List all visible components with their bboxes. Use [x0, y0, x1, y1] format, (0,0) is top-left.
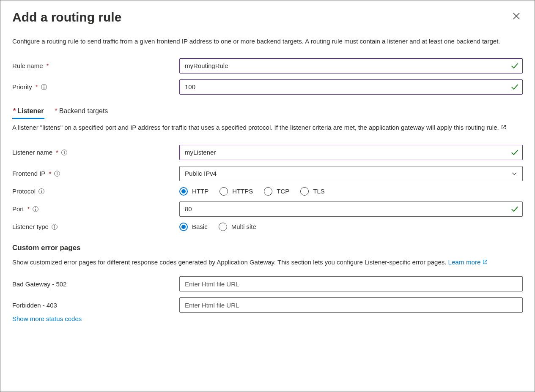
required-marker: * [27, 205, 30, 212]
protocol-radio-group: HTTP HTTPS TCP TLS [179, 187, 523, 196]
required-marker: * [55, 107, 57, 114]
panel-description: Configure a routing rule to send traffic… [12, 37, 523, 46]
listener-name-input[interactable] [179, 145, 523, 160]
listener-type-radio-group: Basic Multi site [179, 223, 523, 231]
show-more-status-codes-link[interactable]: Show more status codes [12, 315, 82, 322]
row-protocol: Protocol HTTP HTTPS TCP TLS [12, 187, 523, 196]
protocol-radio-http[interactable]: HTTP [179, 187, 209, 196]
required-marker: * [56, 149, 58, 156]
svg-rect-2 [44, 87, 44, 89]
close-icon [513, 12, 520, 20]
info-icon[interactable] [54, 170, 60, 177]
svg-point-1 [44, 85, 44, 86]
tab-listener[interactable]: *Listener [12, 105, 44, 119]
row-priority: Priority* [12, 79, 523, 95]
radio-icon [219, 187, 228, 196]
forbidden-input[interactable] [179, 297, 523, 313]
frontend-ip-value: Public IPv4 [185, 170, 217, 177]
check-icon [511, 83, 519, 91]
svg-rect-14 [36, 209, 36, 211]
frontend-ip-select[interactable]: Public IPv4 [179, 166, 523, 181]
label-protocol: Protocol [12, 188, 179, 195]
tab-backend-targets[interactable]: *Backend targets [54, 105, 109, 119]
required-marker: * [13, 107, 16, 114]
info-icon[interactable] [38, 188, 45, 195]
row-listener-name: Listener name* [12, 145, 523, 160]
label-listener-type: Listener type [12, 223, 179, 230]
info-icon[interactable] [51, 223, 58, 230]
label-frontend-ip: Frontend IP* [12, 170, 179, 177]
panel-title: Add a routing rule [12, 10, 121, 25]
external-link-icon [482, 259, 488, 265]
listener-type-radio-multisite[interactable]: Multi site [219, 223, 256, 231]
listener-type-radio-basic[interactable]: Basic [179, 223, 208, 231]
priority-input[interactable] [179, 79, 523, 95]
required-marker: * [47, 62, 49, 69]
required-marker: * [49, 170, 51, 177]
label-rule-name: Rule name* [12, 62, 179, 69]
panel-header: Add a routing rule [12, 10, 523, 25]
radio-icon [264, 187, 272, 196]
external-link-icon[interactable] [501, 124, 507, 130]
info-icon[interactable] [32, 206, 39, 212]
row-listener-type: Listener type Basic Multi site [12, 223, 523, 231]
custom-error-heading: Custom error pages [12, 244, 523, 252]
svg-point-13 [35, 207, 36, 208]
svg-point-10 [41, 190, 42, 191]
label-port: Port* [12, 205, 179, 212]
check-icon [511, 62, 519, 70]
row-port: Port* [12, 201, 523, 217]
row-forbidden: Forbidden - 403 [12, 297, 523, 313]
listener-tab-description: A listener "listens" on a specified port… [12, 122, 523, 132]
svg-rect-17 [54, 226, 55, 229]
rule-name-input[interactable] [179, 58, 523, 74]
svg-rect-5 [64, 152, 64, 154]
label-bad-gateway: Bad Gateway - 502 [12, 280, 179, 288]
radio-icon [179, 223, 188, 231]
row-frontend-ip: Frontend IP* Public IPv4 [12, 166, 523, 181]
radio-icon [219, 223, 227, 231]
svg-point-16 [54, 225, 55, 226]
label-listener-name: Listener name* [12, 149, 179, 156]
bad-gateway-input[interactable] [179, 276, 523, 291]
check-icon [511, 205, 519, 213]
chevron-down-icon [511, 171, 517, 177]
row-rule-name: Rule name* [12, 58, 523, 74]
label-forbidden: Forbidden - 403 [12, 302, 179, 309]
svg-rect-11 [41, 191, 41, 193]
protocol-radio-tls[interactable]: TLS [300, 187, 325, 196]
protocol-radio-https[interactable]: HTTPS [219, 187, 253, 196]
tabs: *Listener *Backend targets [12, 105, 523, 119]
close-button[interactable] [510, 10, 523, 22]
port-input[interactable] [179, 201, 523, 217]
label-priority: Priority* [12, 83, 179, 90]
row-bad-gateway: Bad Gateway - 502 [12, 276, 523, 291]
protocol-radio-tcp[interactable]: TCP [264, 187, 289, 196]
routing-rule-panel: Add a routing rule Configure a routing r… [0, 0, 535, 392]
svg-point-7 [57, 172, 58, 173]
required-marker: * [36, 83, 38, 90]
learn-more-link[interactable]: Learn more [448, 259, 488, 266]
svg-rect-8 [57, 173, 58, 175]
custom-error-description: Show customized error pages for differen… [12, 257, 523, 267]
info-icon[interactable] [61, 149, 68, 156]
check-icon [511, 149, 519, 156]
svg-point-4 [64, 151, 65, 152]
radio-icon [300, 187, 309, 196]
info-icon[interactable] [41, 84, 47, 90]
radio-icon [179, 187, 188, 196]
